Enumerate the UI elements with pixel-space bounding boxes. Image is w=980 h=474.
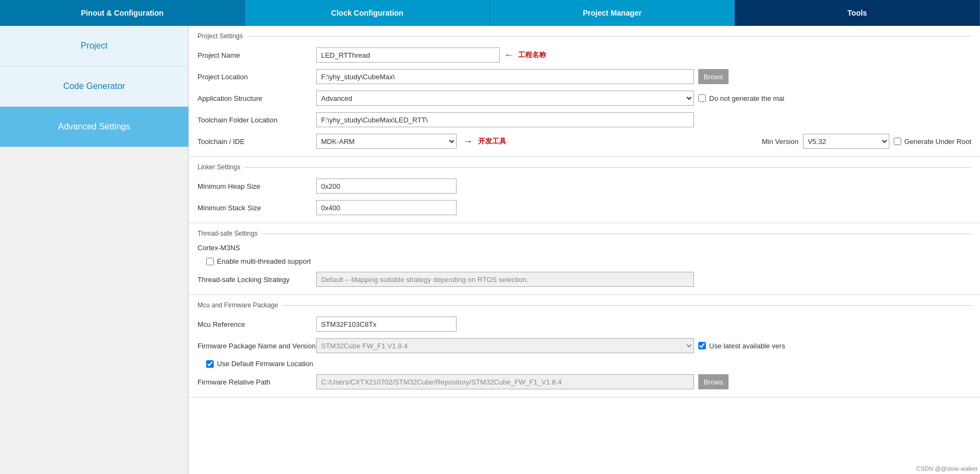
locking-strategy-control	[316, 272, 971, 287]
min-version-group: Min Version V5.32 V5.31 V5.30 Generate U…	[762, 134, 971, 149]
toolchain-ide-row: Toolchain / IDE MDK-ARM EWARM STM32CubeI…	[189, 130, 980, 152]
project-location-control: Brows	[316, 69, 971, 84]
firmware-path-label: Firmware Relative Path	[198, 378, 316, 386]
toolchain-folder-row: Toolchain Folder Location	[189, 109, 980, 130]
do-not-generate-checkbox-row: Do not generate the mai	[698, 94, 784, 102]
sidebar-item-project[interactable]: Project	[0, 26, 188, 66]
linker-settings-section: Linker Settings Minimum Heap Size Minimu…	[189, 157, 980, 223]
toolchain-ide-select[interactable]: MDK-ARM EWARM STM32CubeIDE	[316, 134, 457, 149]
use-latest-checkbox-row: Use latest available vers	[698, 342, 785, 350]
project-location-label: Project Location	[198, 73, 316, 81]
do-not-generate-checkbox[interactable]	[698, 94, 706, 102]
firmware-path-input[interactable]	[316, 374, 694, 389]
project-name-label: Project Name	[198, 51, 316, 59]
min-heap-control	[316, 178, 971, 194]
mcu-reference-label: Mcu Reference	[198, 320, 316, 328]
tab-pinout[interactable]: Pinout & Configuration	[0, 0, 245, 26]
min-stack-control	[316, 200, 971, 215]
project-name-control: ← 工程名称	[316, 47, 971, 63]
project-name-row: Project Name ← 工程名称	[189, 44, 980, 66]
toolchain-ide-annotation: 开发工具	[478, 136, 506, 146]
app-structure-select[interactable]: Advanced Basic	[316, 91, 694, 106]
thread-safe-section: Thread-safe Settings Cortex-M3NS Enable …	[189, 223, 980, 295]
app-structure-label: Application Structure	[198, 94, 316, 102]
mcu-reference-control	[316, 317, 971, 332]
min-stack-row: Minimum Stack Size	[189, 197, 980, 218]
tab-clock[interactable]: Clock Configuration	[245, 0, 490, 26]
cortex-label: Cortex-M3NS	[189, 242, 980, 254]
use-default-firmware-row: Use Default Firmware Location	[189, 356, 980, 371]
min-heap-row: Minimum Heap Size	[189, 175, 980, 197]
firmware-package-row: Firmware Package Name and Version STM32C…	[189, 335, 980, 356]
enable-multithread-checkbox[interactable]	[206, 258, 214, 265]
toolchain-folder-control	[316, 112, 971, 127]
arrow-icon-1: ←	[504, 50, 514, 61]
linker-settings-title: Linker Settings	[189, 161, 980, 175]
min-heap-input[interactable]	[316, 178, 457, 194]
content-area: Project Settings Project Name ← 工程名称 Pro…	[189, 26, 980, 474]
project-settings-title: Project Settings	[189, 30, 980, 44]
toolchain-ide-control: MDK-ARM EWARM STM32CubeIDE → 开发工具 Min Ve…	[316, 134, 971, 149]
tab-project-manager[interactable]: Project Manager	[490, 0, 735, 26]
locking-strategy-input	[316, 272, 694, 287]
project-location-row: Project Location Brows	[189, 66, 980, 87]
sidebar: Project Code Generator Advanced Settings	[0, 26, 189, 474]
watermark: CSDN @@slow-walker	[916, 465, 978, 472]
mcu-firmware-section: Mcu and Firmware Package Mcu Reference F…	[189, 295, 980, 397]
mcu-reference-input[interactable]	[316, 317, 457, 332]
toolchain-folder-input[interactable]	[316, 112, 694, 127]
tab-tools[interactable]: Tools	[735, 0, 980, 26]
min-version-select[interactable]: V5.32 V5.31 V5.30	[803, 134, 889, 149]
mcu-reference-row: Mcu Reference	[189, 313, 980, 335]
main-layout: Project Code Generator Advanced Settings…	[0, 26, 980, 474]
thread-safe-title: Thread-safe Settings	[189, 228, 980, 242]
firmware-path-control: Brows	[316, 374, 971, 389]
min-heap-label: Minimum Heap Size	[198, 182, 316, 190]
project-name-input[interactable]	[316, 47, 500, 63]
min-stack-label: Minimum Stack Size	[198, 204, 316, 212]
project-location-browse-button[interactable]: Brows	[698, 69, 729, 84]
project-location-input[interactable]	[316, 69, 694, 84]
firmware-package-label: Firmware Package Name and Version	[198, 342, 316, 350]
arrow-icon-2: →	[463, 136, 473, 147]
app-structure-control: Advanced Basic Do not generate the mai	[316, 91, 971, 106]
firmware-package-select[interactable]: STM32Cube FW_F1 V1.8.4	[316, 338, 694, 353]
mcu-firmware-title: Mcu and Firmware Package	[189, 299, 980, 313]
locking-strategy-label: Thread-safe Locking Strategy	[198, 276, 316, 284]
min-stack-input[interactable]	[316, 200, 457, 215]
enable-multithread-row: Enable multi-threaded support	[189, 254, 980, 269]
use-default-firmware-checkbox[interactable]	[206, 360, 214, 368]
toolchain-folder-label: Toolchain Folder Location	[198, 116, 316, 124]
generate-under-root-row: Generate Under Root	[894, 138, 971, 146]
locking-strategy-row: Thread-safe Locking Strategy	[189, 269, 980, 290]
app-structure-row: Application Structure Advanced Basic Do …	[189, 87, 980, 109]
toolchain-ide-label: Toolchain / IDE	[198, 138, 316, 146]
firmware-path-browse-button[interactable]: Brows	[698, 374, 729, 389]
project-name-annotation: 工程名称	[518, 50, 546, 60]
generate-under-root-checkbox[interactable]	[894, 138, 901, 145]
sidebar-item-code-generator[interactable]: Code Generator	[0, 66, 188, 107]
use-latest-checkbox[interactable]	[698, 342, 706, 349]
sidebar-item-advanced-settings[interactable]: Advanced Settings	[0, 107, 188, 147]
firmware-package-control: STM32Cube FW_F1 V1.8.4 Use latest availa…	[316, 338, 971, 353]
firmware-path-row: Firmware Relative Path Brows	[189, 371, 980, 393]
project-settings-section: Project Settings Project Name ← 工程名称 Pro…	[189, 26, 980, 157]
top-navigation: Pinout & Configuration Clock Configurati…	[0, 0, 980, 26]
